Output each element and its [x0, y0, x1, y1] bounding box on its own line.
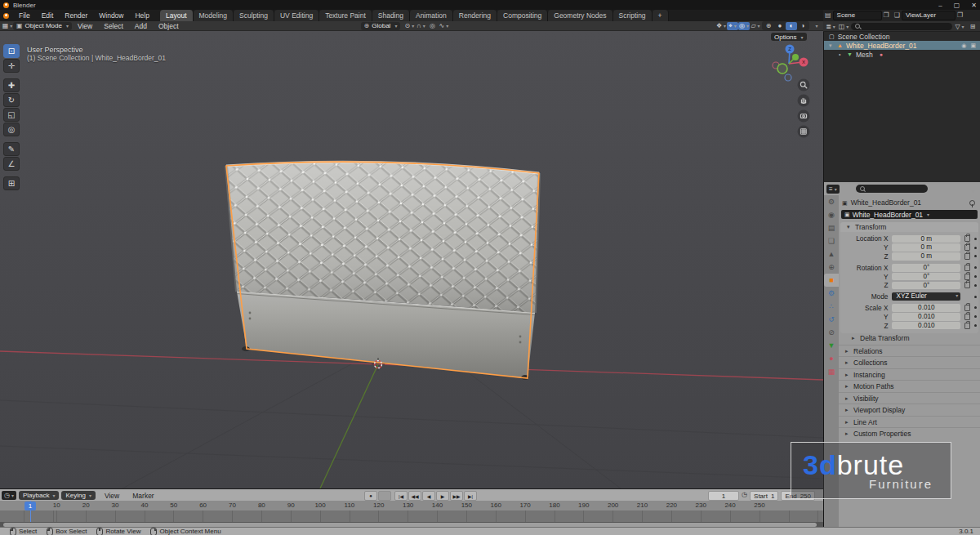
headboard-model[interactable] [226, 162, 539, 380]
tab-modifiers[interactable]: ⚙ [824, 287, 839, 300]
properties-panel-header[interactable]: ▸Motion Paths [839, 380, 980, 392]
shading-rendered-icon[interactable]: ◑ [797, 22, 808, 30]
animate-dot-icon[interactable] [974, 275, 977, 278]
properties-panel-header[interactable]: ▸Instancing [839, 368, 980, 381]
workspace-tab[interactable]: Shading [372, 10, 410, 21]
tab-object-data[interactable]: ▼ [824, 339, 839, 352]
properties-filter-dropdown[interactable] [970, 181, 974, 196]
play-reverse-button[interactable]: ◀ [422, 491, 435, 501]
jump-to-end-button[interactable]: ▶| [464, 491, 477, 501]
tab-tool[interactable]: ⚙ [824, 195, 839, 208]
shading-wireframe-icon[interactable]: ⊕ [763, 22, 774, 30]
delta-transform-panel[interactable]: ▸Delta Transform [839, 333, 980, 343]
lock-icon[interactable] [964, 265, 970, 271]
timeline-tracks[interactable] [0, 510, 823, 522]
properties-panel-header[interactable]: ▸Visibility [839, 392, 980, 404]
workspace-tab[interactable]: Rendering [453, 10, 497, 21]
viewport[interactable]: Z X [0, 31, 823, 488]
properties-editor-icon[interactable]: ≡ [826, 185, 840, 194]
editor-type-icon[interactable]: ▦ [2, 22, 13, 30]
tab-constraints[interactable]: ⊘ [824, 326, 839, 339]
animate-dot-icon[interactable] [974, 315, 977, 318]
workspace-tab[interactable]: Modeling [194, 10, 234, 21]
workspace-tab[interactable]: Sculpting [234, 10, 274, 21]
playhead-frame-badge[interactable]: 1 [24, 502, 36, 510]
tool-rotate[interactable]: ↻ [3, 93, 20, 107]
jump-to-start-button[interactable]: |◀ [394, 491, 408, 501]
workspace-tab[interactable]: UV Editing [274, 10, 319, 21]
prev-keyframe-button[interactable]: ◀◀ [408, 491, 421, 501]
show-object-types-icon[interactable]: ❖ [715, 22, 727, 30]
pin-icon[interactable] [969, 200, 975, 206]
view-layer-field[interactable]: ViewLayer [902, 11, 956, 20]
outliner-editor-icon[interactable]: ≣ [825, 22, 836, 30]
animate-dot-icon[interactable] [974, 296, 977, 298]
navigation-gizmo[interactable]: Z X [773, 45, 808, 82]
keying-set-button[interactable] [378, 491, 391, 501]
animate-dot-icon[interactable] [974, 324, 977, 327]
animate-dot-icon[interactable] [974, 255, 977, 257]
pivot-point-dropdown[interactable]: ⊙ [403, 22, 415, 30]
show-overlays-icon[interactable]: ◎ [738, 22, 750, 30]
lock-icon[interactable] [964, 253, 970, 260]
outliner-row-object[interactable]: ▾ ▲ White_HeadBorder_01 ◉ ▣ [824, 41, 980, 50]
properties-panel-header[interactable]: ▸Line Art [839, 416, 980, 428]
keying-dropdown[interactable]: Keying [61, 491, 95, 500]
start-frame-field[interactable]: Start1 [750, 491, 778, 501]
hide-eye-icon[interactable]: ◉ [961, 42, 966, 49]
animate-dot-icon[interactable] [974, 247, 977, 249]
lock-icon[interactable] [964, 244, 970, 251]
properties-panel-header[interactable]: ▸Relations [839, 345, 980, 357]
tab-physics[interactable]: ↺ [824, 313, 839, 326]
animate-dot-icon[interactable] [974, 284, 977, 287]
maximize-button[interactable]: ▢ [954, 2, 960, 9]
shading-solid-icon[interactable]: ● [774, 22, 786, 30]
show-gizmo-icon[interactable]: ⌖ [727, 22, 738, 30]
viewport-nav-buttons[interactable] [798, 79, 810, 138]
tool-measure[interactable]: ∠ [3, 157, 20, 171]
workspace-tab[interactable]: Animation [410, 10, 453, 21]
outliner-display-mode-icon[interactable]: ◫ [838, 22, 849, 30]
copy-scene-icon[interactable]: ❐ [884, 12, 889, 19]
lock-icon[interactable] [964, 305, 970, 311]
tool-scale[interactable]: ◱ [3, 108, 20, 122]
workspace-tab[interactable]: Geometry Nodes [548, 10, 612, 21]
shading-dropdown[interactable] [810, 22, 822, 30]
disable-render-icon[interactable]: ▣ [970, 42, 976, 49]
properties-search-input[interactable] [856, 185, 928, 193]
timeline-menu-item[interactable]: Marker [126, 492, 160, 500]
proportional-editing-icon[interactable]: ◎ [426, 22, 438, 30]
timer-icon[interactable]: ◷ [742, 491, 747, 501]
properties-panel-header[interactable]: ▸Viewport Display [839, 403, 980, 416]
current-frame-field[interactable]: 1 [708, 491, 739, 501]
workspace-tab[interactable]: Layout [160, 10, 194, 21]
lock-icon[interactable] [964, 282, 970, 288]
object-name-field[interactable]: ▣ White_HeadBorder_01 [841, 210, 978, 219]
properties-panel-header[interactable]: ▸Custom Properties [839, 427, 980, 439]
menubar-item[interactable]: Render [59, 10, 93, 21]
outliner-filter-icon[interactable]: ▽ [954, 22, 965, 30]
tab-texture[interactable]: ▦ [824, 365, 839, 378]
tool-move[interactable]: ✚ [3, 78, 20, 92]
next-keyframe-button[interactable]: ▶▶ [450, 491, 463, 501]
tab-view-layer[interactable]: ❏ [824, 234, 839, 247]
tool-transform[interactable]: ◎ [3, 123, 20, 136]
workspace-tab[interactable]: Compositing [497, 10, 548, 21]
tab-output[interactable]: ▤ [824, 221, 839, 234]
auto-keying-button[interactable]: ● [364, 491, 377, 501]
lock-icon[interactable] [964, 235, 970, 242]
transform-orientation-dropdown[interactable]: ⊕ Global [361, 22, 401, 30]
playback-dropdown[interactable]: Playback [19, 491, 59, 500]
animate-dot-icon[interactable] [974, 266, 977, 269]
blender-menu-icon[interactable] [3, 13, 9, 19]
toggle-xray-icon[interactable]: ▱ [750, 22, 761, 30]
tab-world[interactable]: ⊕ [824, 261, 839, 274]
outliner-row-mesh[interactable]: • ▼ Mesh ● [824, 50, 980, 59]
viewport-menu-item[interactable]: Select [98, 22, 129, 30]
timeline-menu-item[interactable]: View [98, 492, 126, 500]
menubar-item[interactable]: Window [93, 10, 129, 21]
lock-icon[interactable] [964, 323, 970, 329]
snapping-magnet-icon[interactable]: ∩ [415, 22, 426, 30]
tool-add-cube[interactable]: ⊞ [3, 176, 20, 190]
tool-cursor[interactable]: ✛ [3, 59, 20, 73]
